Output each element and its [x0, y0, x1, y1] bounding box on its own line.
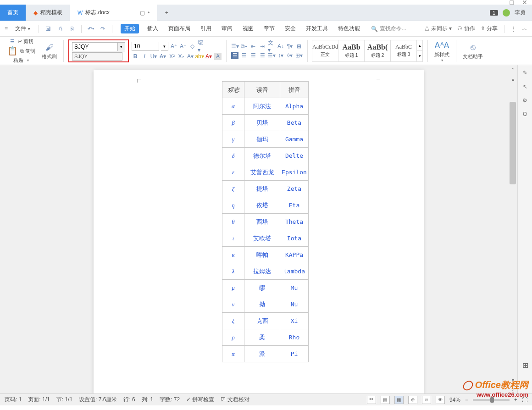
doc-helper-label[interactable]: 文档助手: [463, 53, 483, 60]
zoom-slider[interactable]: [473, 399, 510, 401]
cell-symbol[interactable]: ζ: [222, 181, 244, 197]
zoom-label[interactable]: 94%: [449, 397, 460, 403]
font-color-icon[interactable]: A▾: [205, 53, 212, 60]
copy-button[interactable]: ⧉ 复制: [20, 48, 35, 55]
align-right-icon[interactable]: ☰: [249, 52, 257, 59]
view-read-icon[interactable]: ⎚: [422, 396, 431, 404]
line-spacing-icon[interactable]: ↕▾: [277, 52, 284, 59]
status-proof[interactable]: ☑ 文档校对: [221, 396, 249, 404]
view-web-icon[interactable]: ▤: [381, 396, 390, 404]
increase-indent-icon[interactable]: ⇥: [259, 43, 266, 50]
settings-tool-icon[interactable]: ⚙: [522, 97, 527, 104]
cell-reading[interactable]: 艾普西龙: [244, 164, 280, 181]
font-size-input[interactable]: [132, 42, 159, 51]
menu-special[interactable]: 特色功能: [336, 24, 362, 33]
distribute-icon[interactable]: ☰▾: [268, 52, 275, 59]
table-row[interactable]: ν拗Nu: [222, 296, 309, 313]
style-body[interactable]: AaBbCcDd正文: [312, 40, 338, 62]
zoom-in-icon[interactable]: +: [514, 397, 517, 403]
file-menu[interactable]: 文件▾: [12, 24, 33, 33]
highlight-icon[interactable]: ab▾: [196, 53, 203, 60]
borders-icon[interactable]: ⊞▾: [295, 52, 303, 59]
cell-pinyin[interactable]: lambda: [280, 263, 309, 280]
italic-icon[interactable]: I: [141, 53, 148, 60]
undo-icon[interactable]: ↶▾: [87, 25, 94, 33]
text-direction-icon[interactable]: 文▾: [268, 43, 275, 50]
tab-home[interactable]: 首页: [0, 5, 26, 21]
doc-helper-icon[interactable]: ⎋: [467, 41, 479, 53]
cut-button[interactable]: ✂ 剪切: [18, 38, 33, 45]
save-icon[interactable]: 🖫: [44, 25, 52, 33]
underline-icon[interactable]: U▾: [150, 53, 157, 60]
pencil-tool-icon[interactable]: ✎: [523, 70, 527, 76]
bullets-icon[interactable]: ☰▾: [231, 43, 238, 50]
cell-symbol[interactable]: μ: [222, 280, 244, 296]
outline-icon[interactable]: ☰: [9, 38, 16, 45]
cell-symbol[interactable]: ξ: [222, 313, 244, 329]
clear-format-icon[interactable]: ◇: [188, 43, 196, 50]
user-name[interactable]: 李勇: [515, 9, 526, 17]
cell-symbol[interactable]: ν: [222, 296, 244, 313]
status-section[interactable]: 节: 1/1: [56, 396, 72, 404]
cell-symbol[interactable]: δ: [222, 148, 244, 164]
table-row[interactable]: γ伽玛Gamma: [222, 131, 309, 148]
size-dropdown-arrow[interactable]: ▾: [161, 42, 168, 51]
cell-pinyin[interactable]: KAPPa: [280, 247, 309, 263]
cell-reading[interactable]: 拉姆达: [244, 263, 280, 280]
table-row[interactable]: δ德尔塔Delte: [222, 148, 309, 164]
table-row[interactable]: ξ克西Xi: [222, 313, 309, 329]
paste-label[interactable]: 粘贴: [13, 57, 23, 64]
print-preview-icon[interactable]: ⎘: [68, 25, 76, 33]
presentation-mode-icon[interactable]: ▢: [140, 10, 145, 16]
menu-layout[interactable]: 页面布局: [166, 24, 192, 33]
superscript-icon[interactable]: X²: [168, 53, 176, 60]
settings-icon[interactable]: ⋮: [511, 26, 516, 32]
align-left-icon[interactable]: ☰: [231, 52, 238, 59]
cell-symbol[interactable]: κ: [222, 247, 244, 263]
tab-menu-icon[interactable]: •: [148, 10, 150, 16]
table-row[interactable]: θ西塔Theta: [222, 214, 309, 230]
hamburger-icon[interactable]: ≡: [5, 26, 8, 32]
status-chars[interactable]: 字数: 72: [160, 396, 180, 404]
table-border-icon[interactable]: ⊞: [295, 43, 303, 50]
cell-reading[interactable]: 艾欧塔: [244, 230, 280, 247]
numbering-icon[interactable]: ⧉▾: [240, 43, 248, 50]
table-row[interactable]: λ拉姆达lambda: [222, 263, 309, 280]
cell-pinyin[interactable]: Theta: [280, 214, 309, 230]
menu-view[interactable]: 视图: [241, 24, 255, 33]
cell-reading[interactable]: 柔: [244, 329, 280, 346]
style-h1[interactable]: AaBb标题 1: [338, 40, 365, 62]
redo-icon[interactable]: ↷: [99, 25, 106, 33]
cell-pinyin[interactable]: Epsilon: [280, 164, 309, 181]
view-globe-icon[interactable]: ⊕: [408, 396, 417, 404]
cell-pinyin[interactable]: Gamma: [280, 131, 309, 148]
cell-symbol[interactable]: π: [222, 346, 244, 362]
cell-pinyin[interactable]: Iota: [280, 230, 309, 247]
new-style-icon[interactable]: AᴬA: [436, 39, 448, 51]
view-page-icon[interactable]: ▦: [394, 396, 404, 404]
scroll-thumb[interactable]: [510, 102, 516, 184]
text-effect-icon[interactable]: A▾: [187, 53, 194, 60]
status-row[interactable]: 行: 6: [123, 396, 135, 404]
bold-icon[interactable]: B: [132, 53, 139, 60]
menu-dev[interactable]: 开发工具: [304, 24, 330, 33]
collapse-ribbon-icon[interactable]: ︿: [522, 25, 527, 33]
share-button[interactable]: ⇪ 分享: [481, 25, 498, 33]
view-outline-icon[interactable]: ☷: [367, 396, 376, 404]
change-case-icon[interactable]: 叆▾: [198, 43, 205, 50]
cell-reading[interactable]: 伽玛: [244, 131, 280, 148]
omega-tool-icon[interactable]: Ω: [523, 111, 527, 117]
apps-grid-icon[interactable]: ⊞: [522, 361, 528, 370]
align-center-icon[interactable]: ☰: [240, 52, 248, 59]
font-suggestion[interactable]: SJQY: [72, 52, 122, 61]
menu-review[interactable]: 审阅: [220, 24, 234, 33]
cell-symbol[interactable]: ρ: [222, 329, 244, 346]
paste-icon[interactable]: 📋: [6, 45, 18, 57]
table-row[interactable]: ρ柔Rho: [222, 329, 309, 346]
subscript-icon[interactable]: X₂: [177, 53, 185, 60]
cell-symbol[interactable]: θ: [222, 214, 244, 230]
font-dropdown-arrow[interactable]: ▾: [118, 42, 125, 51]
table-row[interactable]: ε艾普西龙Epsilon: [222, 164, 309, 181]
cell-symbol[interactable]: β: [222, 115, 244, 131]
style-h2[interactable]: AaBb(标题 2: [364, 40, 391, 62]
